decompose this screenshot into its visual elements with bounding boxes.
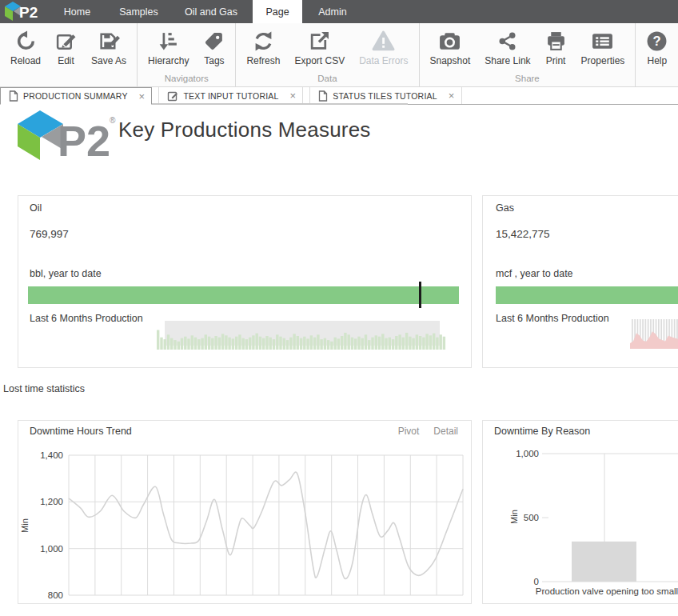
oil-sparkline-chart: [157, 319, 446, 350]
print-icon: [545, 29, 567, 53]
downtime-reason-panel: Downtime By Reason 05001,000MinProductio…: [482, 420, 678, 604]
edit-icon: [55, 29, 77, 53]
nav-item-page[interactable]: Page: [253, 0, 302, 23]
toolbar-button-export-csv[interactable]: Export CSV: [287, 23, 352, 73]
downtime-trend-chart: 8001,0001,2001,400Min: [18, 443, 471, 603]
svg-text:0: 0: [534, 577, 539, 586]
toolbar-button-edit[interactable]: Edit: [48, 23, 84, 73]
nav-item-home[interactable]: Home: [46, 0, 108, 23]
nav-item-admin[interactable]: Admin: [302, 0, 363, 23]
toolbar-button-tags[interactable]: Tags: [196, 23, 232, 73]
oil-target-marker: [419, 282, 421, 308]
downtime-trend-panel: Downtime Hours Trend Pivot Detail 8001,0…: [18, 420, 472, 604]
toolbar-button-label: Refresh: [246, 55, 280, 66]
toolbar-button-properties[interactable]: Properties: [574, 23, 632, 73]
toolbar-button-label: Save As: [91, 55, 126, 66]
close-icon[interactable]: ×: [449, 90, 455, 102]
svg-text:500: 500: [524, 513, 539, 522]
trend-panel-links: Pivot Detail: [398, 426, 458, 437]
oil-tile-value: 769,997: [30, 228, 69, 240]
toolbar-button-label: Export CSV: [294, 55, 345, 66]
doc-tab-label: STATUS TILES TUTORIAL: [333, 91, 437, 101]
data-errors-icon: [372, 29, 395, 53]
page-icon: [318, 90, 328, 102]
toolbar-group: ReloadEditSave As: [0, 23, 138, 86]
gas-tile-name: Gas: [496, 202, 514, 214]
svg-text:1,400: 1,400: [40, 450, 63, 460]
p2-logo-icon: P2: [5, 2, 42, 22]
gas-sparkline-chart: [630, 319, 678, 350]
toolbar-button-help[interactable]: ?Help: [639, 23, 675, 73]
pivot-link[interactable]: Pivot: [398, 426, 420, 437]
svg-text:Production valve opening too s: Production valve opening too small: [536, 586, 678, 596]
toolbar-button-reload[interactable]: Reload: [3, 23, 48, 73]
doc-tab-label: TEXT INPUT TUTORIAL: [183, 91, 278, 101]
p2-logo-text: P2: [19, 4, 38, 21]
toolbar-button-label: Print: [546, 55, 566, 66]
toolbar-button-refresh[interactable]: Refresh: [239, 23, 287, 73]
nav-item-samples[interactable]: Samples: [108, 0, 170, 23]
oil-progress-bar: [28, 286, 459, 304]
svg-text:?: ?: [653, 34, 661, 49]
reload-icon: [15, 29, 37, 53]
toolbar-button-label: Data Errors: [359, 55, 408, 66]
toolbar-group-label: Data: [239, 73, 415, 86]
top-navbar: P2 HomeSamplesOil and GasPageAdmin: [0, 0, 678, 23]
oil-spark-label: Last 6 Months Production: [30, 313, 143, 324]
toolbar-button-label: Tags: [204, 55, 224, 66]
refresh-icon: [253, 29, 274, 53]
main-menu: HomeSamplesOil and GasPageAdmin: [46, 0, 363, 23]
toolbar-group-label: Share: [423, 73, 632, 86]
svg-text:Min: Min: [20, 518, 30, 533]
gas-tile-value: 15,422,775: [496, 228, 550, 240]
save-as-icon: [98, 29, 120, 53]
tags-icon: [203, 29, 225, 53]
toolbar-button-data-errors[interactable]: Data Errors: [352, 23, 415, 73]
snapshot-icon: [438, 29, 461, 53]
gas-tile-unit: mcf , year to date: [496, 268, 573, 279]
doc-tab-label: PRODUCTION SUMMARY: [23, 91, 128, 101]
gas-spark-label: Last 6 Months Production: [496, 313, 609, 324]
toolbar-button-label: Edit: [58, 55, 74, 66]
page-icon: [9, 90, 18, 102]
toolbar-group-share: SnapshotShare LinkPrintPropertiesShare: [420, 23, 636, 86]
toolbar-button-snapshot[interactable]: Snapshot: [423, 23, 478, 73]
toolbar-group-label: [3, 73, 134, 86]
toolbar-group-label: [639, 73, 675, 86]
help-icon: ?: [646, 29, 668, 53]
downtime-reason-title: Downtime By Reason: [494, 426, 590, 437]
export-csv-icon: [309, 29, 330, 53]
toolbar-button-print[interactable]: Print: [538, 23, 574, 73]
hierarchy-icon: [158, 29, 179, 53]
oil-tile-unit: bbl, year to date: [30, 268, 102, 279]
svg-text:800: 800: [48, 590, 63, 600]
toolbar-button-share-link[interactable]: Share Link: [477, 23, 537, 73]
toolbar-button-hierarchy[interactable]: Hierarchy: [141, 23, 196, 73]
nav-item-oil-and-gas[interactable]: Oil and Gas: [170, 0, 253, 23]
edit-page-icon: [167, 90, 178, 102]
toolbar-button-label: Reload: [10, 55, 41, 66]
toolbar-button-save-as[interactable]: Save As: [84, 23, 134, 73]
detail-link[interactable]: Detail: [433, 426, 458, 437]
oil-tile-name: Oil: [30, 202, 42, 214]
toolbar-button-label: Snapshot: [430, 55, 471, 66]
doc-tab-production-summary[interactable]: PRODUCTION SUMMARY×: [0, 87, 152, 105]
svg-text:1,200: 1,200: [40, 497, 63, 506]
oil-tile: Oil 769,997 bbl, year to date Last 6 Mon…: [18, 195, 472, 368]
p2-logo-text-large: P2: [58, 117, 110, 160]
registered-mark: ®: [110, 116, 116, 125]
properties-icon: [591, 29, 614, 53]
toolbar-group: ?Help: [636, 23, 678, 86]
toolbar-button-label: Share Link: [485, 55, 530, 66]
close-icon[interactable]: ×: [290, 90, 297, 102]
ribbon-toolbar: ReloadEditSave AsHierarchyTagsNavigators…: [0, 23, 678, 87]
close-icon[interactable]: ×: [139, 90, 146, 102]
svg-text:1,000: 1,000: [40, 544, 63, 554]
share-link-icon: [497, 29, 518, 53]
toolbar-group-data: RefreshExport CSVData ErrorsData: [236, 23, 419, 86]
doc-tab-status-tiles-tutorial[interactable]: STATUS TILES TUTORIAL×: [309, 87, 461, 104]
doc-tab-text-input-tutorial[interactable]: TEXT INPUT TUTORIAL×: [158, 87, 303, 104]
svg-text:Min: Min: [509, 510, 519, 524]
toolbar-button-label: Properties: [581, 55, 625, 66]
document-tabstrip: PRODUCTION SUMMARY×TEXT INPUT TUTORIAL×S…: [0, 87, 678, 105]
